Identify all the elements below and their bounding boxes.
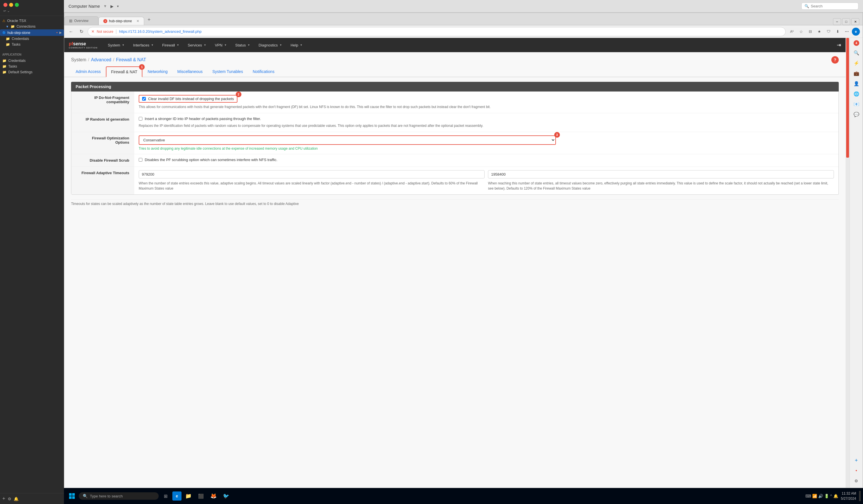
- scrollbar-thumb[interactable]: [846, 38, 849, 158]
- tab-firewall-nat[interactable]: Firewall & NAT 1: [106, 66, 142, 77]
- fw-opt-select[interactable]: Normal Conservative Aggressive High Late…: [139, 136, 555, 144]
- sidebar-bottom-add[interactable]: +: [2, 496, 5, 502]
- sidebar-item-connections[interactable]: ▼ 📁 Connections: [0, 24, 64, 29]
- tab-system-tunables[interactable]: System Tunables: [208, 66, 247, 77]
- adaptive-end-input[interactable]: [488, 170, 834, 179]
- fw-opt-green-text: Tries to avoid dropping any legitimate i…: [139, 146, 834, 151]
- sidebar-item-app-tasks[interactable]: 📁 Tasks: [0, 64, 64, 69]
- tab-miscellaneous[interactable]: Miscellaneous: [173, 66, 207, 77]
- breadcrumb-firewall-nat[interactable]: Firewall & NAT: [116, 57, 146, 62]
- sidebar-briefcase-icon[interactable]: 💼: [852, 69, 861, 78]
- fav-btn[interactable]: ★: [815, 28, 823, 36]
- sidebar-outlook-icon[interactable]: 📧: [852, 100, 861, 108]
- download-btn[interactable]: ⬇: [834, 28, 842, 36]
- taskbar-wifi-icon[interactable]: 📶: [812, 494, 817, 498]
- breadcrumb-advanced[interactable]: Advanced: [91, 57, 111, 62]
- nav-vpn[interactable]: VPN ▼: [211, 41, 231, 50]
- nav-system[interactable]: System ▼: [104, 41, 128, 50]
- taskbar-edge-icon[interactable]: e: [172, 491, 182, 501]
- sidebar-teams-icon[interactable]: 💬: [852, 110, 861, 119]
- sidebar-add-icon[interactable]: +: [852, 456, 861, 465]
- read-mode-btn[interactable]: Aᴬ: [788, 28, 796, 36]
- taskbar-terminal-icon[interactable]: ⬛: [195, 490, 207, 502]
- breadcrumb-sep-2: /: [113, 57, 114, 62]
- sidebar-item-tasks[interactable]: 📁 Tasks: [0, 42, 64, 47]
- tab-admin-access[interactable]: Admin Access: [71, 66, 105, 77]
- sidebar-settings-icon[interactable]: ⚙: [852, 476, 861, 486]
- badge-2: 2: [236, 91, 241, 97]
- adaptive-start-input[interactable]: [139, 170, 485, 179]
- tab-notifications[interactable]: Notifications: [248, 66, 279, 77]
- sidebar-item-default-settings[interactable]: 📁 Default Settings: [0, 69, 64, 75]
- topbar-search-box[interactable]: 🔍: [801, 2, 859, 10]
- bookmark-btn[interactable]: ☆: [797, 28, 805, 36]
- content-adaptive: When the number of state entries exceeds…: [134, 167, 838, 194]
- chevron-icon[interactable]: ⌄: [7, 9, 10, 13]
- nav-interfaces[interactable]: Interfaces ▼: [129, 41, 158, 50]
- tab-hub-step-stone[interactable]: ✕ hub-step-stone ✕: [99, 17, 144, 25]
- sense-part: sense: [73, 41, 86, 46]
- sidebar-item-oracle-tsx[interactable]: ⚠ Oracle TSX: [0, 18, 64, 24]
- window-maximize-btn[interactable]: □: [842, 18, 850, 25]
- sidebar-bottom-settings[interactable]: ⚙: [8, 496, 11, 501]
- sidebar-lightning-icon[interactable]: ⚡: [852, 59, 861, 67]
- url-text[interactable]: https://172.16.0.20/system_advanced_fire…: [119, 29, 782, 34]
- taskbar-keyboard-icon[interactable]: ⌨: [805, 494, 811, 498]
- sidebar-bottom-info[interactable]: 🔔: [14, 496, 18, 501]
- taskbar-misc-icon[interactable]: 🐦: [220, 490, 232, 502]
- edge-sidebar: 4 🔍 ⚡ 💼 👤 🌐 📧 💬 + •: [850, 38, 863, 488]
- tab-close-btn[interactable]: ✕: [136, 19, 139, 23]
- ip-dnf-checkbox-label: Clear invalid DF bits instead of droppin…: [148, 96, 234, 101]
- topbar-play-btn[interactable]: ▶: [110, 4, 114, 9]
- tab-overview[interactable]: ⊞ Overview: [64, 16, 99, 25]
- shield-btn[interactable]: 🛡: [825, 28, 833, 36]
- sidebar-globe-icon[interactable]: 🌐: [852, 89, 861, 98]
- url-bar[interactable]: ✕ Not secure | https://172.16.0.20/syste…: [88, 27, 786, 36]
- taskbar-firefox-icon[interactable]: 🦊: [208, 490, 219, 502]
- topbar-expand-btn[interactable]: ▾: [117, 4, 119, 8]
- edge-icon[interactable]: e: [852, 28, 860, 36]
- nav-help[interactable]: Help ▼: [287, 41, 307, 50]
- sidebar-search-icon[interactable]: 🔍: [852, 48, 861, 57]
- sidebar-item-hub-step-stone[interactable]: 🔵 hub-step-stone • ▶: [0, 29, 64, 36]
- taskbar-show-desktop[interactable]: [859, 491, 861, 501]
- ip-dnf-checkbox[interactable]: [142, 97, 146, 101]
- help-button[interactable]: ?: [831, 56, 839, 64]
- traffic-light-green[interactable]: [15, 3, 19, 7]
- nav-firewall[interactable]: Firewall ▼: [158, 41, 183, 50]
- sidebar-action-icon[interactable]: ▶: [59, 31, 62, 35]
- sidebar-item-app-credentials[interactable]: 📁 Credentials: [0, 58, 64, 64]
- nav-diagnostics[interactable]: Diagnostics ▼: [254, 41, 286, 50]
- nav-back-icon[interactable]: ↩: [3, 9, 6, 13]
- taskbar-search-box[interactable]: 🔍 Type here to search: [79, 492, 159, 500]
- nav-logout-icon[interactable]: ⇥: [837, 42, 841, 48]
- pfsense-scrollbar[interactable]: [846, 38, 850, 488]
- tab-networking[interactable]: Networking: [143, 66, 172, 77]
- topbar-chevron[interactable]: ▼: [103, 4, 107, 8]
- adaptive-col-2: When reaching this number of state entri…: [488, 170, 834, 191]
- more-btn[interactable]: ⋯: [843, 28, 851, 36]
- sidebar-item-credentials[interactable]: 📁 Credentials: [0, 36, 64, 42]
- window-minimize-btn[interactable]: −: [833, 18, 841, 25]
- windows-start-btn[interactable]: [66, 490, 78, 502]
- traffic-light-yellow[interactable]: [9, 3, 13, 7]
- taskbar-bell-icon[interactable]: 🔔: [833, 494, 838, 498]
- nav-services[interactable]: Services ▼: [184, 41, 210, 50]
- taskbar-task-view[interactable]: ⊞: [160, 490, 171, 502]
- sidebar-people-icon[interactable]: 👤: [852, 79, 861, 88]
- window-close-btn[interactable]: ✕: [851, 18, 859, 25]
- refresh-button[interactable]: ↻: [77, 28, 85, 36]
- disable-scrub-checkbox[interactable]: [139, 158, 142, 161]
- new-tab-btn[interactable]: +: [144, 14, 154, 25]
- taskbar-explorer-icon[interactable]: 📁: [183, 490, 194, 502]
- traffic-light-red[interactable]: [3, 3, 8, 7]
- ip-random-checkbox[interactable]: [139, 117, 142, 120]
- sidebar-dot-icon[interactable]: •: [852, 466, 861, 475]
- taskbar-chevron-icon[interactable]: ^: [830, 494, 832, 498]
- split-btn[interactable]: ⊟: [806, 28, 814, 36]
- nav-status[interactable]: Status ▼: [231, 41, 254, 50]
- back-button[interactable]: ←: [67, 28, 75, 36]
- search-input[interactable]: [811, 4, 853, 8]
- taskbar-battery-icon[interactable]: 🔋: [824, 494, 829, 498]
- taskbar-volume-icon[interactable]: 🔊: [818, 494, 823, 498]
